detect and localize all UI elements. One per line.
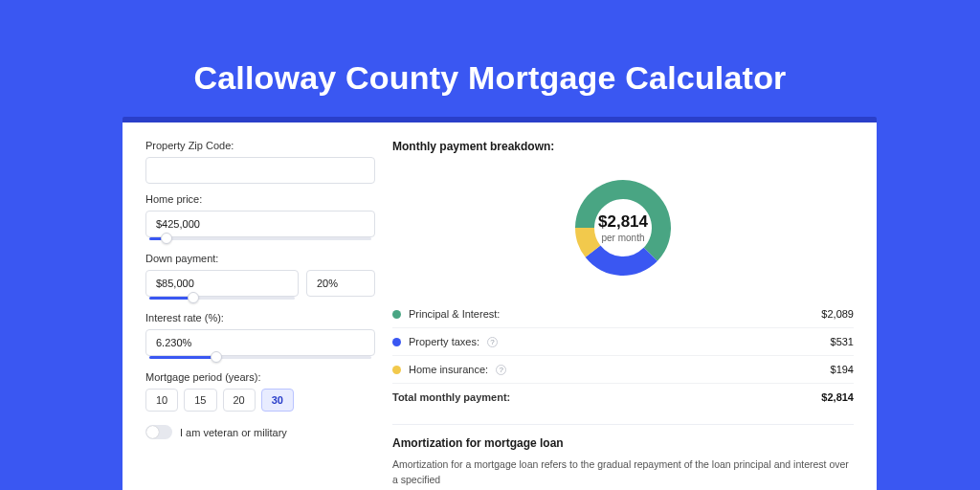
breakdown-value: $194 <box>831 364 854 375</box>
period-slot: Mortgage period (years): 10 15 20 30 <box>145 371 375 412</box>
donut-wrap: $2,814 per month <box>392 163 854 301</box>
home-price-slider[interactable] <box>145 235 375 243</box>
slider-thumb[interactable] <box>161 233 172 244</box>
amortization-title: Amortization for mortgage loan <box>392 436 854 450</box>
veteran-row: I am veteran or military <box>145 425 375 439</box>
form-column: Property Zip Code: Home price: Down paym… <box>145 140 375 490</box>
home-price-slot: Home price: <box>145 193 375 243</box>
legend-dot-insurance <box>392 366 401 374</box>
period-pills: 10 15 20 30 <box>145 389 375 412</box>
rate-slider[interactable] <box>145 354 375 362</box>
zip-slot: Property Zip Code: <box>145 140 375 184</box>
breakdown-name: Principal & Interest: <box>409 308 500 320</box>
breakdown-item-taxes: Property taxes: ? $531 <box>392 327 854 355</box>
veteran-label: I am veteran or military <box>180 427 287 438</box>
donut-chart: $2,814 per month <box>564 168 682 287</box>
rate-slot: Interest rate (%): <box>145 312 375 362</box>
down-payment-slot: Down payment: <box>145 253 375 302</box>
breakdown-value: $2,089 <box>821 308 854 320</box>
help-icon[interactable]: ? <box>496 365 506 375</box>
page-title: Calloway County Mortgage Calculator <box>0 0 980 97</box>
slider-thumb[interactable] <box>188 292 199 303</box>
home-price-input[interactable] <box>145 211 375 237</box>
down-payment-input[interactable] <box>145 270 299 297</box>
period-label: Mortgage period (years): <box>145 371 375 383</box>
page-background: Calloway County Mortgage Calculator Prop… <box>0 0 980 490</box>
breakdown-list: Principal & Interest: $2,089 Property ta… <box>392 301 854 411</box>
period-option-10[interactable]: 10 <box>145 389 178 412</box>
down-payment-slider[interactable] <box>145 295 375 302</box>
donut-center-sub: per month <box>601 233 644 243</box>
amortization-body: Amortization for a mortgage loan refers … <box>392 457 854 488</box>
panel-shadow: Property Zip Code: Home price: Down paym… <box>122 117 877 490</box>
zip-input[interactable] <box>145 157 375 184</box>
breakdown-name: Property taxes: <box>409 336 479 347</box>
breakdown-title: Monthly payment breakdown: <box>392 140 854 153</box>
breakdown-value: $531 <box>831 336 854 347</box>
slider-track <box>149 237 371 240</box>
period-option-30[interactable]: 30 <box>261 389 294 412</box>
down-payment-label: Down payment: <box>145 253 375 264</box>
down-payment-pct-input[interactable] <box>306 270 375 297</box>
breakdown-item-insurance: Home insurance: ? $194 <box>392 355 854 383</box>
period-option-15[interactable]: 15 <box>184 389 216 412</box>
breakdown-total-label: Total monthly payment: <box>392 391 510 403</box>
breakdown-column: Monthly payment breakdown: <box>392 140 854 490</box>
period-option-20[interactable]: 20 <box>223 389 256 412</box>
breakdown-total: Total monthly payment: $2,814 <box>392 383 854 411</box>
veteran-toggle[interactable] <box>145 425 172 439</box>
rate-label: Interest rate (%): <box>145 312 375 323</box>
calculator-panel: Property Zip Code: Home price: Down paym… <box>122 122 877 490</box>
legend-dot-taxes <box>392 338 401 346</box>
donut-center-amount: $2,814 <box>598 212 648 232</box>
breakdown-total-value: $2,814 <box>821 391 854 403</box>
amortization-section: Amortization for mortgage loan Amortizat… <box>392 424 854 488</box>
help-icon[interactable]: ? <box>487 337 498 347</box>
zip-label: Property Zip Code: <box>145 140 375 151</box>
slider-thumb[interactable] <box>211 351 222 363</box>
breakdown-name: Home insurance: <box>409 364 488 375</box>
toggle-knob <box>146 426 159 438</box>
down-payment-row <box>145 270 375 297</box>
breakdown-item-principal: Principal & Interest: $2,089 <box>392 301 854 327</box>
legend-dot-principal <box>392 310 401 319</box>
donut-center: $2,814 per month <box>585 189 661 266</box>
home-price-label: Home price: <box>145 193 375 205</box>
rate-input[interactable] <box>145 329 375 356</box>
slider-fill <box>149 356 216 359</box>
